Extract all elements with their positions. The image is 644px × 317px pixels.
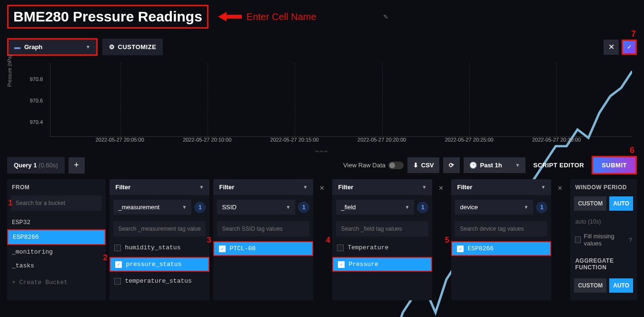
- tag-value-item[interactable]: ✓Pressure: [332, 257, 432, 272]
- window-auto-button[interactable]: AUTO: [609, 196, 633, 211]
- annotation-hint: Enter Cell Name: [247, 11, 317, 22]
- bucket-item[interactable]: _monitoring: [7, 245, 106, 259]
- tag-key-dropdown[interactable]: device▼: [455, 200, 533, 215]
- annotation-5: 5: [445, 235, 449, 245]
- ytick: 970.6: [30, 98, 43, 103]
- aggregate-auto-button[interactable]: AUTO: [609, 278, 633, 293]
- add-query-button[interactable]: +: [69, 157, 85, 174]
- fill-missing-label: Fill missing values: [584, 233, 625, 247]
- from-title: FROM: [7, 184, 106, 191]
- window-hint: auto (10s): [574, 216, 633, 227]
- tag-value-label: humidity_status: [125, 244, 180, 251]
- checkbox-icon: [337, 245, 344, 251]
- clock-icon: 🕑: [469, 162, 477, 169]
- window-custom-button[interactable]: CUSTOM: [574, 196, 606, 211]
- annotation-6: 6: [630, 145, 634, 155]
- bucket-search-input[interactable]: [11, 195, 102, 211]
- viz-type-dropdown[interactable]: ▬ Graph ▼: [7, 38, 98, 56]
- from-panel: 1 FROM ESP32ESP8266_monitoring_tasks + C…: [7, 179, 106, 300]
- remove-filter-button[interactable]: ✕: [434, 179, 447, 196]
- customize-button[interactable]: ⚙ CUSTOMIZE: [102, 39, 163, 55]
- tag-value-search-input[interactable]: [113, 221, 206, 236]
- view-raw-data-toggle[interactable]: View Raw Data: [343, 162, 404, 169]
- filter-type-dropdown[interactable]: Filter▼: [109, 179, 209, 195]
- tag-key-dropdown[interactable]: _field▼: [336, 200, 414, 215]
- graph-icon: ▬: [14, 43, 20, 51]
- chart-panel: Pressure (hPa) 970.8 970.6 970.4 2022-05…: [7, 63, 637, 146]
- tag-value-search-input[interactable]: [336, 221, 428, 236]
- script-editor-button[interactable]: SCRIPT EDITOR: [529, 157, 588, 173]
- tag-value-label: ESP8266: [467, 245, 494, 252]
- xtick: 2022-05-27 20:05:00: [96, 137, 144, 143]
- aggregate-title: AGGREGATE FUNCTION: [574, 253, 633, 273]
- refresh-icon: ⟳: [449, 162, 454, 169]
- checkbox-icon: ✓: [115, 261, 122, 268]
- annotation-2: 2: [103, 253, 107, 263]
- tag-count-badge: 1: [417, 202, 428, 213]
- xtick: 2022-05-27 20:20:00: [357, 137, 406, 143]
- download-icon: ⬇: [413, 162, 418, 169]
- tag-value-search-input[interactable]: [217, 221, 309, 236]
- tag-value-item[interactable]: temperature_status: [109, 275, 209, 287]
- csv-label: CSV: [421, 162, 434, 169]
- close-icon: ✕: [438, 184, 444, 192]
- tag-key-dropdown[interactable]: _measurement▼: [113, 200, 191, 215]
- y-axis-label: Pressure (hPa): [7, 54, 12, 86]
- bucket-item[interactable]: ESP8266: [7, 229, 106, 245]
- cancel-button[interactable]: ✕: [604, 40, 619, 55]
- tag-value-item[interactable]: ✓pressure_status: [109, 257, 209, 272]
- tag-count-badge: 1: [298, 202, 309, 213]
- filter-type-dropdown[interactable]: Filter▼: [332, 179, 432, 195]
- chart-y-axis: Pressure (hPa) 970.8 970.6 970.4: [7, 63, 45, 137]
- edit-icon[interactable]: ✎: [383, 13, 388, 20]
- viz-type-label: Graph: [24, 43, 42, 51]
- annotation-3: 3: [207, 235, 211, 245]
- checkbox-icon: ✓: [338, 261, 345, 268]
- annotation-arrow: Enter Cell Name: [218, 11, 317, 22]
- time-range-dropdown[interactable]: 🕑 Past 1h ▼: [464, 157, 525, 173]
- filter-type-dropdown[interactable]: Filter▼: [213, 179, 313, 195]
- cell-name-input[interactable]: BME280 Pressure Readings: [7, 5, 208, 29]
- tag-value-label: temperature_status: [125, 277, 191, 285]
- tag-count-badge: 1: [194, 202, 206, 213]
- tag-value-search-input[interactable]: [455, 221, 547, 236]
- query-bar: 6 Query 1 (0.60s) + View Raw Data ⬇ CSV …: [0, 156, 644, 174]
- filter-type-dropdown[interactable]: Filter▼: [451, 179, 551, 195]
- tag-value-item[interactable]: ✓ESP8266: [451, 241, 551, 256]
- time-range-label: Past 1h: [480, 162, 502, 169]
- aggregate-custom-button[interactable]: CUSTOM: [574, 278, 606, 293]
- checkbox-icon: ✓: [219, 245, 226, 252]
- chevron-down-icon: ▼: [515, 163, 520, 168]
- help-icon[interactable]: ?: [629, 236, 632, 244]
- filter-panel: Filter▼device▼1✓ESP8266: [451, 179, 551, 300]
- remove-filter-button[interactable]: ✕: [553, 179, 566, 196]
- export-csv-button[interactable]: ⬇ CSV: [407, 157, 440, 173]
- query-builder: 1 FROM ESP32ESP8266_monitoring_tasks + C…: [0, 174, 644, 305]
- window-title: WINDOW PERIOD: [574, 184, 633, 191]
- bucket-item[interactable]: ESP32: [7, 215, 106, 229]
- bucket-item[interactable]: _tasks: [7, 259, 106, 273]
- tag-value-item[interactable]: ✓PTCL-08: [213, 241, 313, 256]
- tag-value-label: pressure_status: [126, 261, 181, 268]
- create-bucket-button[interactable]: + Create Bucket: [7, 276, 106, 289]
- remove-filter-button[interactable]: ✕: [315, 179, 328, 196]
- fill-missing-checkbox[interactable]: [575, 236, 581, 243]
- raw-data-label: View Raw Data: [343, 162, 386, 169]
- filter-panel: Filter▼SSID▼1✓PTCL-08: [213, 179, 313, 300]
- query-tab[interactable]: Query 1 (0.60s): [7, 157, 65, 174]
- submit-button[interactable]: SUBMIT: [592, 156, 637, 174]
- tag-value-item[interactable]: humidity_status: [109, 241, 209, 254]
- xtick: 2022-05-27 20:25:00: [445, 137, 493, 143]
- tag-count-badge: 1: [536, 202, 547, 213]
- tag-value-item[interactable]: Temperature: [332, 241, 432, 254]
- filter-panel: Filter▼_measurement▼1humidity_status✓pre…: [109, 179, 209, 300]
- confirm-button[interactable]: ✓: [622, 40, 637, 55]
- tag-value-label: PTCL-08: [229, 245, 256, 252]
- chart-plot-area[interactable]: [50, 63, 632, 137]
- refresh-button[interactable]: ⟳: [443, 157, 460, 173]
- annotation-7: 7: [631, 29, 636, 39]
- svg-marker-0: [218, 12, 242, 21]
- query-timing: (0.60s): [39, 162, 58, 169]
- tag-key-dropdown[interactable]: SSID▼: [217, 200, 295, 215]
- header-row: BME280 Pressure Readings Enter Cell Name…: [0, 0, 644, 33]
